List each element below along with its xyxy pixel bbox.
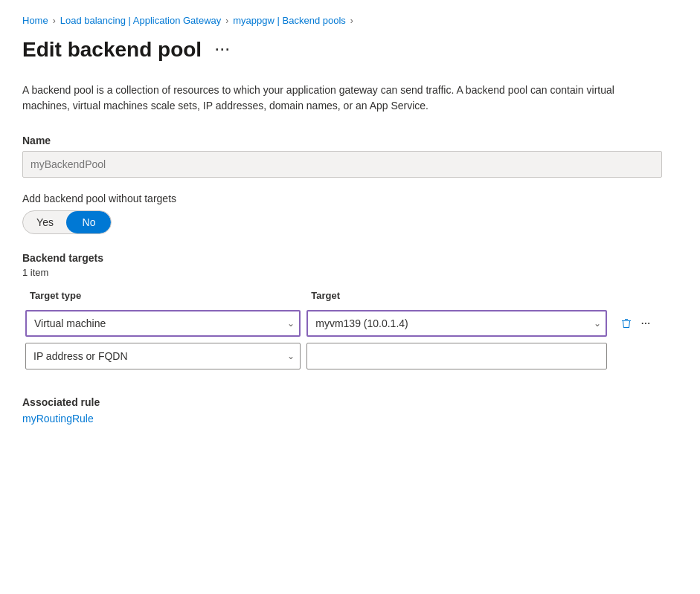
breadcrumb: Home › Load balancing | Application Gate… (22, 15, 678, 26)
header-ellipsis-button[interactable]: ··· (211, 41, 235, 59)
target-type-cell-2: IP address or FQDN Virtual machine App S… (22, 340, 304, 372)
action-cell-2 (610, 340, 662, 372)
toggle-no[interactable]: No (67, 211, 111, 233)
toggle-section: Add backend pool without targets Yes No (22, 193, 678, 234)
associated-rule-section: Associated rule myRoutingRule (22, 396, 678, 424)
toggle-yes[interactable]: Yes (23, 211, 67, 233)
action-cell-1: ··· (610, 307, 662, 340)
target-type-cell-1: Virtual machine IP address or FQDN App S… (22, 307, 304, 340)
col-header-target: Target (304, 285, 610, 307)
delete-button-1[interactable] (617, 314, 635, 332)
target-select-1[interactable]: myvm139 (10.0.1.4) (306, 310, 607, 337)
target-type-wrapper-1: Virtual machine IP address or FQDN App S… (25, 310, 301, 337)
target-wrapper-1: myvm139 (10.0.1.4) ⌄ (306, 310, 607, 337)
backend-targets-title: Backend targets (22, 252, 678, 264)
target-type-wrapper-2: IP address or FQDN Virtual machine App S… (25, 343, 301, 369)
toggle-control[interactable]: Yes No (22, 210, 112, 234)
breadcrumb-backend-pools[interactable]: myappgw | Backend pools (233, 15, 346, 26)
breadcrumb-sep-3: › (350, 16, 353, 26)
table-row: IP address or FQDN Virtual machine App S… (22, 340, 662, 372)
page-title: Edit backend pool (22, 38, 202, 62)
name-form-section: Name (22, 135, 678, 178)
breadcrumb-sep-2: › (225, 16, 228, 26)
delete-icon (620, 317, 632, 329)
col-header-target-type: Target type (22, 285, 304, 307)
backend-targets-count: 1 item (22, 267, 678, 278)
toggle-label: Add backend pool without targets (22, 193, 678, 204)
name-label: Name (22, 135, 678, 146)
breadcrumb-sep-1: › (53, 16, 56, 26)
table-row: Virtual machine IP address or FQDN App S… (22, 307, 662, 340)
col-header-actions (610, 285, 662, 307)
routing-rule-link[interactable]: myRoutingRule (22, 413, 94, 424)
description-text: A backend pool is a collection of resour… (22, 83, 662, 114)
name-input[interactable] (22, 151, 662, 178)
associated-rule-label: Associated rule (22, 396, 678, 408)
more-button-1[interactable]: ··· (638, 315, 654, 332)
page-header: Edit backend pool ··· (22, 38, 678, 62)
row-actions-1: ··· (613, 314, 659, 332)
target-type-select-2[interactable]: IP address or FQDN Virtual machine App S… (25, 343, 301, 369)
targets-table: Target type Target Virtual machine IP ad… (22, 285, 662, 372)
breadcrumb-home[interactable]: Home (22, 15, 48, 26)
target-cell-1: myvm139 (10.0.1.4) ⌄ (304, 307, 610, 340)
breadcrumb-load-balancing[interactable]: Load balancing | Application Gateway (60, 15, 222, 26)
target-type-select-1[interactable]: Virtual machine IP address or FQDN App S… (25, 310, 301, 337)
backend-targets-section: Backend targets 1 item Target type Targe… (22, 252, 678, 372)
target-input-2[interactable] (306, 343, 607, 369)
target-cell-2 (304, 340, 610, 372)
